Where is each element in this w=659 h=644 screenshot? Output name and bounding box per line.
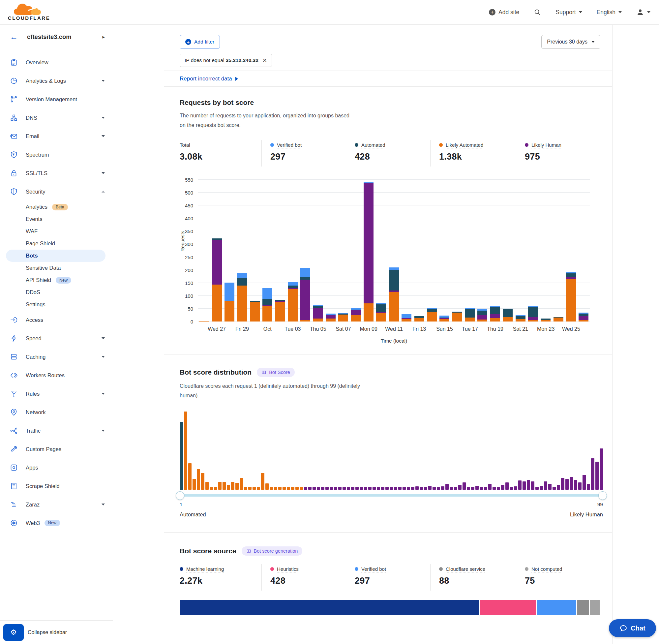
site-selector[interactable]: ← cftestsite3.com ▸ [0,25,113,49]
bot-score-generation-doc-badge[interactable]: Bot score generation [242,546,303,556]
histogram-bar-score-10 [218,482,221,490]
stat-label: Not computed [532,566,562,572]
sidebar-item-settings[interactable]: Settings [0,298,113,310]
histogram-bar-score-97 [591,458,594,490]
chevron-right-icon[interactable]: ▸ [102,34,105,40]
bar-segment-verified-bot [225,282,234,301]
bar-segment-likely-human [326,315,336,319]
slider-max-label: Likely Human [570,511,603,518]
analytics-icon [10,77,18,85]
sidebar-item-access[interactable]: Access [0,310,113,329]
sidebar-item-overview[interactable]: Overview [0,53,113,72]
sidebar-item-waf[interactable]: WAF [0,225,113,237]
bar-segment-likely-automated [376,313,386,322]
sidebar-item-events[interactable]: Events [0,213,113,225]
histogram-bar-score-28 [296,487,299,490]
book-icon [261,370,266,375]
stat-label: Verified bot [277,142,302,148]
score-range-slider[interactable] [180,494,603,497]
sidebar-item-speed[interactable]: Speed [0,329,113,348]
histogram-bar-score-2 [184,412,187,490]
histogram-bar-score-52 [398,487,402,490]
report-incorrect-data-link[interactable]: Report incorrect data [180,75,238,82]
sidebar-item-bots[interactable]: Bots [6,250,105,262]
sidebar-item-caching[interactable]: Caching [0,348,113,366]
sidebar-item-ddos[interactable]: DDoS [0,286,113,298]
settings-gear-button[interactable]: ⚙ [3,624,24,641]
histogram-bar-score-6 [201,473,204,490]
sidebar-item-version-management[interactable]: Version Management [0,90,113,109]
back-arrow-icon[interactable]: ← [10,33,18,41]
sidebar-item-page-shield[interactable]: Page Shield [0,237,113,250]
bar-segment-likely-human [363,183,374,303]
sidebar-item-zaraz[interactable]: Zaraz [0,495,113,514]
slider-handle-max[interactable] [598,491,607,500]
histogram-bar-score-90 [561,478,564,490]
remove-filter-icon[interactable]: ✕ [262,57,267,64]
slider-handle-min[interactable] [176,491,184,500]
sidebar-item-dns[interactable]: DNS [0,109,113,127]
chat-button[interactable]: Chat [609,619,656,637]
sidebar-item-label: Page Shield [26,240,55,247]
site-name: cftestsite3.com [27,33,72,41]
add-filter-button[interactable]: + Add filter [180,35,220,49]
sidebar-item-sensitive-data[interactable]: Sensitive Data [0,262,113,274]
bot-score-doc-badge[interactable]: Bot Score [257,368,295,377]
sidebar-item-api-shield[interactable]: API ShieldNew [0,274,113,286]
stat-value: 428 [355,152,430,162]
requests-card-description: The number of requests to your applicati… [180,111,351,130]
sidebar-item-traffic[interactable]: Traffic [0,421,113,440]
bot-score-source-card: Bot score source Bot score generation Ma… [164,532,612,642]
date-range-select[interactable]: Previous 30 days [541,35,600,49]
bar-segment-likely-automated [326,319,336,322]
histogram-bar-score-67 [463,482,466,490]
sidebar-item-apps[interactable]: Apps [0,458,113,477]
sidebar-item-analytics-logs[interactable]: Analytics & Logs [0,72,113,90]
cloudflare-logo[interactable]: CLOUDFLARE [8,4,50,21]
account-menu[interactable] [636,8,651,16]
sidebar-item-web3[interactable]: Web3New [0,514,113,532]
sidebar-item-spectrum[interactable]: Spectrum [0,145,113,164]
y-axis-tick: 150 [185,280,193,286]
language-menu[interactable]: English [597,9,622,16]
histogram-bar-score-27 [291,487,295,490]
legend-dot-icon [525,567,528,571]
histogram-bar-score-94 [578,482,582,490]
histogram-bar-score-29 [300,487,303,490]
stacked-bar-2 [210,180,223,322]
add-site-button[interactable]: + Add site [489,9,519,16]
add-site-label: Add site [498,9,519,16]
sidebar-item-network[interactable]: Network [0,403,113,421]
sidebar-item-label: Sensitive Data [26,265,61,271]
sidebar-item-rules[interactable]: Rules [0,385,113,403]
sidebar-item-email[interactable]: Email [0,127,113,145]
legend-dot-icon [439,143,443,147]
overview-icon [10,59,18,66]
stacked-bar-1 [198,180,210,322]
report-row: Report incorrect data [164,71,612,87]
source-segment-machine-learning [180,600,479,615]
sidebar-item-custom-pages[interactable]: Custom Pages [0,440,113,458]
stacked-bar-17 [400,180,413,322]
sidebar-item-security[interactable]: Security [0,182,113,201]
stacked-bar-12 [337,180,349,322]
histogram-bar-score-74 [493,487,496,490]
histogram-bar-score-40 [347,487,350,490]
stat-not-computed: Not computed75 [516,564,603,591]
sidebar-item-ssl-tls[interactable]: SSL/TLS [0,164,113,182]
bar-segment-likely-human [212,240,222,284]
plus-icon: + [185,39,191,45]
stacked-bar-15 [375,180,387,322]
collapse-sidebar-button[interactable]: Collapse sidebar [28,629,67,636]
histogram-bar-score-38 [338,487,342,490]
page: CLOUDFLARE + Add site Support English [0,0,659,644]
sidebar-item-analytics[interactable]: AnalyticsBeta [0,201,113,213]
search-button[interactable] [534,8,541,16]
bar-segment-automated [376,304,386,312]
support-menu[interactable]: Support [556,9,582,16]
sidebar-item-scrape-shield[interactable]: Scrape Shield [0,477,113,495]
sidebar-item-workers-routes[interactable]: Workers Routes [0,366,113,385]
bar-segment-likely-automated [351,315,361,322]
stat-value: 3.08k [180,152,261,162]
histogram-bar-score-46 [373,487,376,490]
